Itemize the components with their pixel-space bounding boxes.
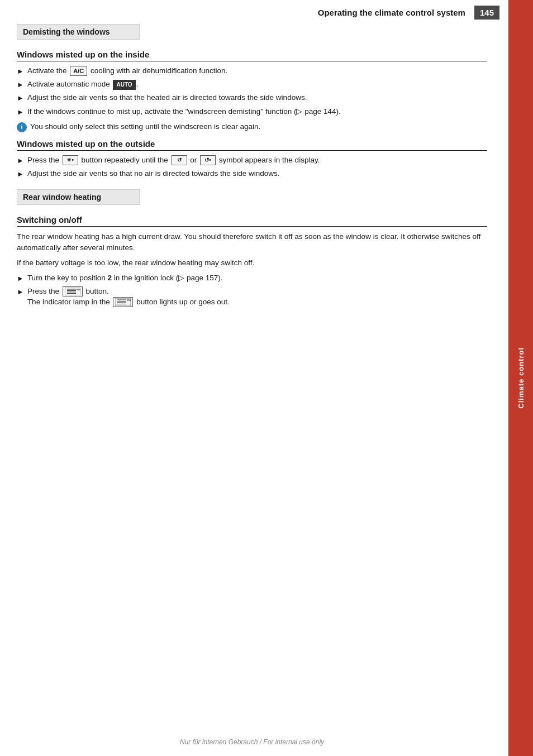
recirc-sym1-inline: ↺ (172, 155, 187, 165)
list-item: ► If the windows continue to mist up, ac… (17, 107, 487, 117)
section-box-demisting: Demisting the windows (17, 24, 140, 40)
bullet-arrow-icon: ► (17, 107, 24, 117)
bullet-list-outside: ► Press the ☀• button repeatedly until t… (17, 155, 487, 179)
rear-heat-button-inline: REAR (63, 286, 83, 296)
body-text-rear-2: If the battery voltage is too low, the r… (17, 257, 487, 269)
body-text-rear-1: The rear window heating has a high curre… (17, 231, 487, 253)
info-icon: i (17, 122, 27, 132)
bullet-arrow-icon: ► (17, 80, 24, 90)
list-item: ► Adjust the side air vents so that no a… (17, 169, 487, 179)
sidebar-label: Climate control (517, 347, 525, 409)
bullet-arrow-icon: ► (17, 169, 24, 179)
svg-text:REAR: REAR (77, 289, 80, 291)
section-box-label-rear: Rear window heating (23, 193, 101, 202)
info-item-inside: i You should only select this setting un… (17, 122, 487, 132)
page-container: Climate control Operating the climate co… (0, 0, 533, 756)
bullet-arrow-icon: ► (17, 93, 24, 103)
main-content: Demisting the windows Windows misted up … (0, 24, 504, 327)
list-item: ► Press the ☀• button repeatedly until t… (17, 155, 487, 166)
bottom-watermark: Nur für internen Gebrauch / For internal… (0, 738, 504, 746)
subsection-switching: Switching on/off The rear window heating… (17, 215, 487, 308)
section-demisting: Demisting the windows Windows misted up … (17, 24, 487, 179)
ac-button-inline: A/C (70, 66, 87, 76)
section-box-rear: Rear window heating (17, 189, 140, 205)
rear-heat-icon-2: REAR (115, 298, 131, 306)
svg-text:REAR: REAR (127, 299, 131, 302)
subsection-outside: Windows misted up on the outside ► Press… (17, 139, 487, 179)
bullet-arrow-icon: ► (17, 66, 24, 76)
rear-heat-button-inline-2: REAR (113, 297, 133, 307)
header-title: Operating the climate control system (0, 8, 474, 17)
heading-inside: Windows misted up on the inside (17, 50, 487, 61)
section-rear: Rear window heating Switching on/off The… (17, 189, 487, 308)
list-item: ► Press the (17, 286, 487, 308)
info-text-inside: You should only select this setting unti… (30, 122, 260, 132)
bullet-arrow-icon: ► (17, 287, 24, 297)
list-item: ► Activate the A/C cooling with air dehu… (17, 66, 487, 76)
list-item: ► Activate automatic mode AUTO. (17, 79, 487, 90)
page-header: Operating the climate control system 145 (0, 0, 499, 24)
subsection-inside: Windows misted up on the inside ► Activa… (17, 50, 487, 132)
list-item: ► Adjust the side air vents so that the … (17, 93, 487, 103)
bullet-arrow-icon: ► (17, 274, 24, 284)
right-sidebar: Climate control (508, 0, 533, 756)
list-item: ► Turn the key to position 2 in the igni… (17, 273, 487, 284)
page-number: 145 (474, 6, 499, 20)
auto-button-inline: AUTO (113, 80, 135, 90)
bullet-arrow-icon: ► (17, 156, 24, 166)
heading-switching: Switching on/off (17, 215, 487, 227)
section-box-label-demisting: Demisting the windows (23, 27, 110, 36)
bullet-list-inside: ► Activate the A/C cooling with air dehu… (17, 66, 487, 117)
heading-outside: Windows misted up on the outside (17, 139, 487, 151)
recirc-button-inline: ☀• (63, 155, 78, 165)
rear-heat-icon: REAR (65, 288, 80, 295)
bullet-list-rear: ► Turn the key to position 2 in the igni… (17, 273, 487, 308)
recirc-sym2-inline: ↺• (200, 155, 216, 165)
